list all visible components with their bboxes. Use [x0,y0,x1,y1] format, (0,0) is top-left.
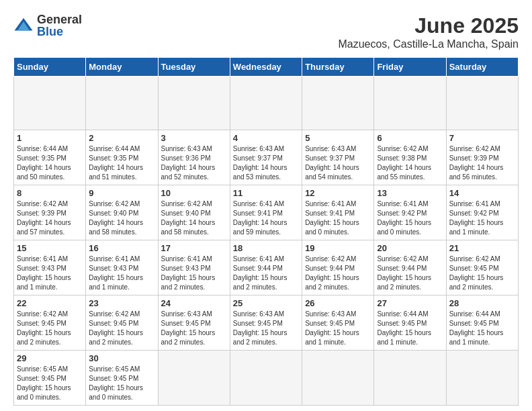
calendar-cell [158,77,230,130]
calendar-cell [374,351,446,406]
day-info: Sunrise: 6:42 AMSunset: 9:39 PMDaylight:… [449,144,515,182]
calendar-cell: 24Sunrise: 6:43 AMSunset: 9:45 PMDayligh… [158,295,230,351]
day-info: Sunrise: 6:42 AMSunset: 9:44 PMDaylight:… [377,255,443,292]
calendar-cell: 14Sunrise: 6:41 AMSunset: 9:42 PMDayligh… [446,185,518,240]
calendar-cell: 21Sunrise: 6:42 AMSunset: 9:45 PMDayligh… [446,240,518,295]
day-number: 28 [449,298,515,308]
day-number: 30 [89,353,154,363]
calendar-cell: 29Sunrise: 6:45 AMSunset: 9:45 PMDayligh… [14,351,86,406]
calendar-cell: 26Sunrise: 6:43 AMSunset: 9:45 PMDayligh… [302,295,374,351]
day-number: 19 [305,243,371,253]
calendar-cell [158,351,230,406]
day-number: 26 [305,298,371,308]
calendar-cell [446,77,518,130]
day-info: Sunrise: 6:43 AMSunset: 9:45 PMDaylight:… [161,310,227,347]
calendar-cell: 27Sunrise: 6:44 AMSunset: 9:45 PMDayligh… [374,295,446,351]
calendar-week-3: 15Sunrise: 6:41 AMSunset: 9:43 PMDayligh… [14,240,519,295]
calendar-cell: 15Sunrise: 6:41 AMSunset: 9:43 PMDayligh… [14,240,86,295]
day-number: 25 [233,298,299,308]
day-number: 29 [17,353,83,363]
day-info: Sunrise: 6:44 AMSunset: 9:35 PMDaylight:… [17,144,83,182]
calendar-header-friday: Friday [374,58,446,77]
logo: General Blue [13,13,82,38]
calendar-week-1: 1Sunrise: 6:44 AMSunset: 9:35 PMDaylight… [14,130,519,185]
day-number: 2 [89,133,154,143]
day-info: Sunrise: 6:44 AMSunset: 9:45 PMDaylight:… [377,310,443,347]
calendar-cell: 8Sunrise: 6:42 AMSunset: 9:39 PMDaylight… [14,185,86,240]
calendar-cell: 22Sunrise: 6:42 AMSunset: 9:45 PMDayligh… [14,295,86,351]
day-number: 23 [89,298,154,308]
day-info: Sunrise: 6:45 AMSunset: 9:45 PMDaylight:… [89,365,154,402]
calendar-cell: 28Sunrise: 6:44 AMSunset: 9:45 PMDayligh… [446,295,518,351]
calendar-cell: 7Sunrise: 6:42 AMSunset: 9:39 PMDaylight… [446,130,518,185]
day-number: 21 [449,243,515,253]
calendar-cell [230,351,302,406]
day-number: 7 [449,133,515,143]
calendar-cell [302,77,374,130]
day-info: Sunrise: 6:42 AMSunset: 9:39 PMDaylight:… [17,199,83,237]
logo-icon [13,15,34,36]
calendar-header-monday: Monday [86,58,158,77]
day-info: Sunrise: 6:43 AMSunset: 9:36 PMDaylight:… [161,144,227,182]
calendar-week-5: 29Sunrise: 6:45 AMSunset: 9:45 PMDayligh… [14,351,519,406]
calendar-header-wednesday: Wednesday [230,58,302,77]
day-info: Sunrise: 6:44 AMSunset: 9:45 PMDaylight:… [449,310,515,347]
calendar-cell: 9Sunrise: 6:42 AMSunset: 9:40 PMDaylight… [86,185,158,240]
calendar-cell: 23Sunrise: 6:42 AMSunset: 9:45 PMDayligh… [86,295,158,351]
subtitle: Mazuecos, Castille-La Mancha, Spain [338,38,519,50]
day-info: Sunrise: 6:45 AMSunset: 9:45 PMDaylight:… [17,365,83,402]
day-info: Sunrise: 6:43 AMSunset: 9:37 PMDaylight:… [233,144,299,182]
calendar-cell: 20Sunrise: 6:42 AMSunset: 9:44 PMDayligh… [374,240,446,295]
day-info: Sunrise: 6:43 AMSunset: 9:45 PMDaylight:… [305,310,371,347]
calendar-header-row: SundayMondayTuesdayWednesdayThursdayFrid… [14,58,519,77]
day-info: Sunrise: 6:42 AMSunset: 9:45 PMDaylight:… [89,310,154,347]
day-number: 20 [377,243,443,253]
day-number: 18 [233,243,299,253]
calendar-cell: 12Sunrise: 6:41 AMSunset: 9:41 PMDayligh… [302,185,374,240]
day-info: Sunrise: 6:43 AMSunset: 9:37 PMDaylight:… [305,144,371,182]
calendar-cell: 11Sunrise: 6:41 AMSunset: 9:41 PMDayligh… [230,185,302,240]
day-info: Sunrise: 6:41 AMSunset: 9:41 PMDaylight:… [305,199,371,237]
calendar-cell: 6Sunrise: 6:42 AMSunset: 9:38 PMDaylight… [374,130,446,185]
day-number: 15 [17,243,83,253]
calendar-cell: 17Sunrise: 6:41 AMSunset: 9:43 PMDayligh… [158,240,230,295]
title-area: June 2025 Mazuecos, Castille-La Mancha, … [338,13,519,50]
day-number: 1 [17,133,83,143]
day-info: Sunrise: 6:42 AMSunset: 9:40 PMDaylight:… [161,199,227,237]
logo-general-text: General [37,13,82,26]
calendar-week-0 [14,77,519,130]
calendar-cell: 18Sunrise: 6:41 AMSunset: 9:44 PMDayligh… [230,240,302,295]
day-number: 24 [161,298,227,308]
day-info: Sunrise: 6:42 AMSunset: 9:45 PMDaylight:… [449,255,515,292]
calendar-cell: 2Sunrise: 6:44 AMSunset: 9:35 PMDaylight… [86,130,158,185]
day-info: Sunrise: 6:41 AMSunset: 9:43 PMDaylight:… [89,255,154,292]
calendar-cell [446,351,518,406]
day-number: 8 [17,188,83,198]
day-info: Sunrise: 6:42 AMSunset: 9:45 PMDaylight:… [17,310,83,347]
calendar-cell [374,77,446,130]
calendar-cell: 1Sunrise: 6:44 AMSunset: 9:35 PMDaylight… [14,130,86,185]
day-info: Sunrise: 6:41 AMSunset: 9:43 PMDaylight:… [161,255,227,292]
calendar-cell: 5Sunrise: 6:43 AMSunset: 9:37 PMDaylight… [302,130,374,185]
calendar-week-4: 22Sunrise: 6:42 AMSunset: 9:45 PMDayligh… [14,295,519,351]
logo-blue-text: Blue [37,26,82,38]
day-info: Sunrise: 6:42 AMSunset: 9:40 PMDaylight:… [89,199,154,237]
day-info: Sunrise: 6:41 AMSunset: 9:41 PMDaylight:… [233,199,299,237]
day-number: 17 [161,243,227,253]
day-number: 16 [89,243,154,253]
day-number: 9 [89,188,154,198]
calendar: SundayMondayTuesdayWednesdayThursdayFrid… [13,57,519,406]
day-info: Sunrise: 6:41 AMSunset: 9:44 PMDaylight:… [233,255,299,292]
calendar-week-2: 8Sunrise: 6:42 AMSunset: 9:39 PMDaylight… [14,185,519,240]
calendar-header-tuesday: Tuesday [158,58,230,77]
day-number: 14 [449,188,515,198]
calendar-header-saturday: Saturday [446,58,518,77]
calendar-cell: 25Sunrise: 6:43 AMSunset: 9:45 PMDayligh… [230,295,302,351]
day-info: Sunrise: 6:41 AMSunset: 9:42 PMDaylight:… [377,199,443,237]
calendar-cell [230,77,302,130]
calendar-header-thursday: Thursday [302,58,374,77]
main-title: June 2025 [338,13,519,38]
calendar-cell: 16Sunrise: 6:41 AMSunset: 9:43 PMDayligh… [86,240,158,295]
day-number: 10 [161,188,227,198]
day-info: Sunrise: 6:44 AMSunset: 9:35 PMDaylight:… [89,144,154,182]
